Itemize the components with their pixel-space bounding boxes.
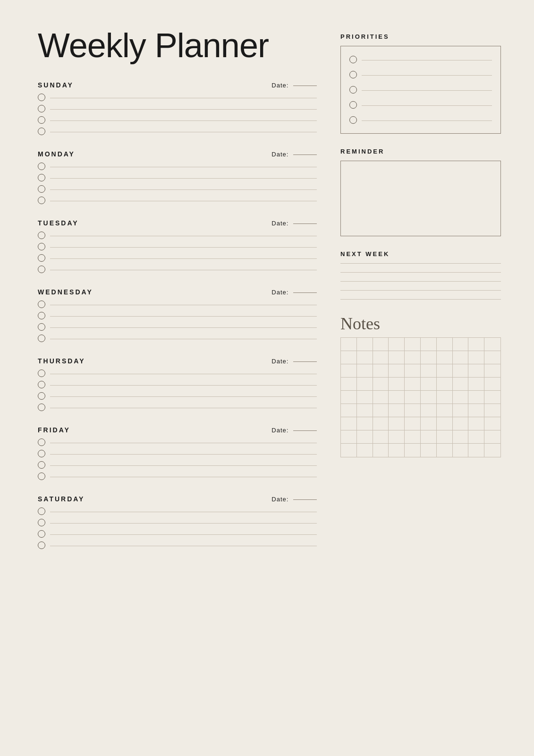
task-item[interactable] — [38, 519, 317, 526]
task-item[interactable] — [38, 530, 317, 538]
grid-cell[interactable] — [437, 417, 453, 430]
checkbox-icon[interactable] — [38, 94, 45, 101]
checkbox-icon[interactable] — [38, 335, 45, 342]
grid-cell[interactable] — [373, 430, 389, 444]
grid-cell[interactable] — [468, 430, 484, 444]
task-item[interactable] — [38, 369, 317, 377]
checkbox-icon[interactable] — [38, 392, 45, 400]
task-item[interactable] — [38, 404, 317, 411]
task-item[interactable] — [38, 312, 317, 319]
task-item[interactable] — [38, 323, 317, 331]
task-item[interactable] — [38, 105, 317, 112]
checkbox-icon[interactable] — [38, 266, 45, 273]
grid-cell[interactable] — [484, 444, 500, 457]
grid-cell[interactable] — [468, 351, 484, 364]
grid-cell[interactable] — [357, 391, 373, 404]
grid-cell[interactable] — [437, 378, 453, 391]
checkbox-icon[interactable] — [38, 450, 45, 457]
grid-cell[interactable] — [341, 391, 357, 404]
task-item[interactable] — [38, 266, 317, 273]
grid-cell[interactable] — [389, 378, 405, 391]
checkbox-icon[interactable] — [38, 185, 45, 193]
grid-cell[interactable] — [373, 444, 389, 457]
grid-cell[interactable] — [453, 364, 469, 378]
grid-cell[interactable] — [341, 404, 357, 417]
grid-cell[interactable] — [405, 430, 421, 444]
checkbox-icon[interactable] — [38, 541, 45, 549]
priority-item[interactable] — [349, 101, 492, 109]
grid-cell[interactable] — [468, 444, 484, 457]
checkbox-icon[interactable] — [38, 381, 45, 388]
grid-cell[interactable] — [405, 364, 421, 378]
grid-cell[interactable] — [373, 338, 389, 351]
grid-cell[interactable] — [437, 364, 453, 378]
grid-cell[interactable] — [341, 430, 357, 444]
grid-cell[interactable] — [468, 338, 484, 351]
grid-cell[interactable] — [389, 417, 405, 430]
grid-cell[interactable] — [453, 404, 469, 417]
grid-cell[interactable] — [453, 351, 469, 364]
grid-cell[interactable] — [357, 404, 373, 417]
grid-cell[interactable] — [468, 417, 484, 430]
priority-checkbox-icon[interactable] — [349, 56, 357, 63]
grid-cell[interactable] — [468, 364, 484, 378]
priority-item[interactable] — [349, 86, 492, 94]
grid-cell[interactable] — [357, 338, 373, 351]
grid-cell[interactable] — [421, 338, 437, 351]
grid-cell[interactable] — [453, 444, 469, 457]
task-item[interactable] — [38, 381, 317, 388]
task-item[interactable] — [38, 116, 317, 124]
task-item[interactable] — [38, 232, 317, 239]
task-item[interactable] — [38, 472, 317, 480]
grid-cell[interactable] — [484, 430, 500, 444]
checkbox-icon[interactable] — [38, 116, 45, 124]
grid-cell[interactable] — [484, 378, 500, 391]
checkbox-icon[interactable] — [38, 519, 45, 526]
task-item[interactable] — [38, 243, 317, 250]
task-item[interactable] — [38, 185, 317, 193]
reminder-box[interactable] — [340, 161, 501, 236]
grid-cell[interactable] — [484, 417, 500, 430]
grid-cell[interactable] — [341, 378, 357, 391]
grid-cell[interactable] — [405, 404, 421, 417]
checkbox-icon[interactable] — [38, 128, 45, 135]
task-item[interactable] — [38, 438, 317, 446]
checkbox-icon[interactable] — [38, 174, 45, 181]
grid-cell[interactable] — [341, 364, 357, 378]
checkbox-icon[interactable] — [38, 530, 45, 538]
grid-cell[interactable] — [405, 378, 421, 391]
grid-cell[interactable] — [484, 391, 500, 404]
priority-checkbox-icon[interactable] — [349, 86, 357, 94]
grid-cell[interactable] — [389, 338, 405, 351]
grid-cell[interactable] — [373, 351, 389, 364]
grid-cell[interactable] — [421, 351, 437, 364]
grid-cell[interactable] — [389, 351, 405, 364]
task-item[interactable] — [38, 197, 317, 204]
task-item[interactable] — [38, 450, 317, 457]
checkbox-icon[interactable] — [38, 438, 45, 446]
task-item[interactable] — [38, 254, 317, 262]
grid-cell[interactable] — [453, 417, 469, 430]
grid-cell[interactable] — [484, 364, 500, 378]
grid-cell[interactable] — [484, 351, 500, 364]
checkbox-icon[interactable] — [38, 369, 45, 377]
grid-cell[interactable] — [453, 378, 469, 391]
grid-cell[interactable] — [421, 391, 437, 404]
grid-cell[interactable] — [405, 391, 421, 404]
notes-grid[interactable] — [340, 337, 501, 457]
task-item[interactable] — [38, 461, 317, 469]
priority-item[interactable] — [349, 56, 492, 63]
grid-cell[interactable] — [437, 444, 453, 457]
priority-checkbox-icon[interactable] — [349, 101, 357, 109]
grid-cell[interactable] — [357, 351, 373, 364]
task-item[interactable] — [38, 392, 317, 400]
grid-cell[interactable] — [341, 338, 357, 351]
grid-cell[interactable] — [421, 364, 437, 378]
checkbox-icon[interactable] — [38, 301, 45, 308]
checkbox-icon[interactable] — [38, 243, 45, 250]
priority-checkbox-icon[interactable] — [349, 116, 357, 124]
checkbox-icon[interactable] — [38, 254, 45, 262]
task-item[interactable] — [38, 174, 317, 181]
grid-cell[interactable] — [373, 364, 389, 378]
grid-cell[interactable] — [453, 430, 469, 444]
